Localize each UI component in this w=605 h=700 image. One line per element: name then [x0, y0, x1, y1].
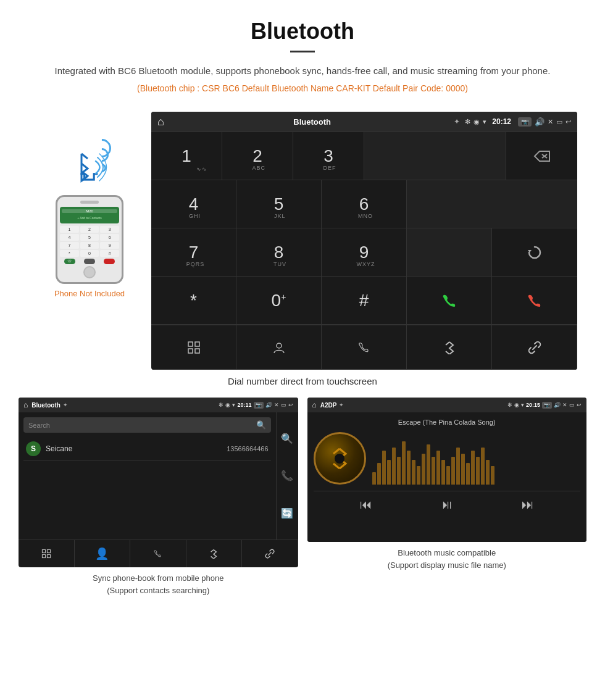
music-back-icon[interactable]: ↩	[577, 402, 582, 408]
contact-name: Seicane	[46, 444, 227, 453]
svg-line-21	[333, 464, 340, 469]
play-pause-button[interactable]: ⏯	[441, 498, 453, 512]
eq-bar	[382, 451, 386, 485]
close-icon[interactable]: ✕	[548, 118, 553, 126]
eq-bar	[377, 463, 381, 485]
svg-marker-3	[535, 151, 549, 161]
mini-back-icon[interactable]: ↩	[288, 402, 293, 408]
volume-icon[interactable]: 🔊	[535, 117, 544, 127]
dial-status-bar: ⌂ Bluetooth ✦ ✻ ◉ ▾ 20:12 📷 🔊 ✕ ▭ ↩	[151, 112, 577, 131]
next-track-button[interactable]: ⏭	[522, 498, 534, 512]
svg-line-18	[211, 549, 214, 552]
dial-refresh[interactable]	[492, 228, 577, 277]
home-icon[interactable]: ⌂	[157, 115, 164, 128]
music-bt-icon: ✻	[507, 402, 512, 408]
phone-key-2: 2	[80, 226, 99, 233]
pb-bottom-phone[interactable]	[130, 540, 186, 567]
sidebar-search-icon[interactable]: 🔍	[281, 433, 293, 444]
pb-bottom-link[interactable]	[242, 540, 298, 567]
dial-key-0[interactable]: 0+	[236, 277, 322, 325]
music-win-icon[interactable]: ▭	[569, 402, 575, 408]
dial-call-button[interactable]	[407, 277, 492, 325]
music-x-icon[interactable]: ✕	[562, 402, 567, 408]
window-icon[interactable]: ▭	[556, 118, 562, 126]
prev-track-button[interactable]: ⏮	[360, 498, 372, 512]
dial-key-1[interactable]: 1 ∿∿	[151, 132, 222, 180]
dial-key-star[interactable]: *	[151, 277, 236, 325]
phone-mockup: M20 + Add to Contacts 1 2 3 4 5 6 7 8 9 …	[56, 195, 123, 284]
svg-line-20	[333, 449, 340, 454]
status-icons: ✻ ◉ ▾ 20:12 📷 🔊 ✕ ▭ ↩	[465, 117, 571, 127]
eq-bar	[486, 460, 490, 485]
dial-key-9[interactable]: 9 WXYZ	[322, 228, 407, 277]
mini-wifi-icon: ▾	[232, 402, 235, 408]
page-specs: (Bluetooth chip : CSR BC6 Default Blueto…	[37, 83, 568, 93]
music-cam-icon[interactable]: 📷	[542, 402, 552, 409]
phonebook-title: Bluetooth	[31, 402, 60, 409]
music-usb-icon: ✦	[339, 402, 344, 408]
music-title: A2DP	[320, 402, 337, 409]
dial-bottom-link[interactable]	[492, 325, 577, 370]
mini-win-icon[interactable]: ▭	[281, 402, 286, 408]
sidebar-refresh-icon[interactable]: 🔄	[281, 507, 293, 519]
pb-bottom-grid[interactable]	[19, 540, 75, 567]
svg-rect-17	[47, 554, 50, 557]
eq-bar	[471, 451, 475, 485]
music-vol-icon[interactable]: 🔊	[554, 402, 561, 408]
dial-key-4[interactable]: 4 GHI	[151, 180, 236, 228]
pb-bottom-bluetooth[interactable]	[186, 540, 243, 567]
dial-bottom-contacts[interactable]	[236, 325, 322, 370]
music-controls: ⏮ ⏯ ⏭	[314, 491, 581, 518]
dial-key-2[interactable]: 2 ABC	[222, 132, 293, 180]
dial-end-button[interactable]	[492, 277, 577, 325]
svg-point-11	[277, 343, 282, 348]
pb-bottom-person[interactable]: 👤	[75, 540, 131, 567]
dial-key-8[interactable]: 8 TUV	[236, 228, 322, 277]
phonebook-list: Search 🔍 S Seicane 13566664466	[19, 412, 276, 540]
phone-speaker	[80, 201, 99, 204]
dial-empty-2	[407, 228, 492, 277]
eq-bar	[427, 444, 430, 485]
phonebook-search[interactable]: Search 🔍	[23, 417, 271, 433]
eq-bar	[432, 457, 435, 485]
phonebook-contact[interactable]: S Seicane 13566664466	[23, 438, 271, 460]
music-screen-wrap: ⌂ A2DP ✦ ✻ ◉ ▾ 20:15 📷 🔊 ✕ ▭ ↩ Escape (T…	[307, 398, 587, 596]
dial-bottom-phone[interactable]	[322, 325, 407, 370]
contacts-icon	[272, 341, 286, 354]
eq-bar	[476, 457, 480, 485]
music-home-icon[interactable]: ⌂	[312, 401, 317, 409]
dial-key-hash[interactable]: #	[322, 277, 407, 325]
pb-link-icon	[265, 549, 275, 559]
mini-vol-icon[interactable]: 🔊	[265, 402, 272, 408]
dial-key-3[interactable]: 3 DEF	[293, 132, 364, 180]
eq-bar	[456, 448, 460, 485]
camera-icon[interactable]: 📷	[518, 117, 532, 127]
page-title: Bluetooth	[37, 19, 568, 44]
music-status-bar: ⌂ A2DP ✦ ✻ ◉ ▾ 20:15 📷 🔊 ✕ ▭ ↩	[307, 398, 587, 412]
mini-cam-icon[interactable]: 📷	[254, 402, 264, 409]
phonebook-status-bar: ⌂ Bluetooth ✦ ✻ ◉ ▾ 20:11 📷 🔊 ✕ ▭ ↩	[19, 398, 298, 412]
pb-person-icon: 👤	[95, 547, 109, 560]
dial-bottom-grid[interactable]	[151, 325, 236, 370]
dial-key-7[interactable]: 7 PQRS	[151, 228, 236, 277]
title-divider	[290, 51, 315, 52]
dial-bottom-bluetooth[interactable]	[407, 325, 492, 370]
eq-bar	[372, 472, 376, 485]
music-loc-icon: ◉	[514, 402, 519, 408]
mini-x-icon[interactable]: ✕	[274, 402, 279, 408]
sidebar-phone-icon[interactable]: 📞	[281, 470, 293, 481]
mini-home-icon[interactable]: ⌂	[23, 401, 28, 409]
music-wifi-icon: ▾	[521, 402, 524, 408]
phonebook-status-right: ✻ ◉ ▾ 20:11 📷 🔊 ✕ ▭ ↩	[219, 402, 293, 409]
music-main-row	[314, 432, 581, 485]
back-icon[interactable]: ↩	[565, 118, 571, 126]
eq-bar	[466, 463, 470, 485]
eq-bar	[436, 451, 440, 485]
phone-icon	[357, 341, 371, 354]
dial-key-5[interactable]: 5 JKL	[236, 180, 322, 228]
phonebook-screen: ⌂ Bluetooth ✦ ✻ ◉ ▾ 20:11 📷 🔊 ✕ ▭ ↩	[19, 398, 298, 567]
dial-backspace[interactable]	[506, 132, 577, 180]
dial-key-6[interactable]: 6 MNO	[322, 180, 407, 228]
dial-row-1: 1 ∿∿ 2 ABC 3 DEF	[151, 131, 577, 180]
bluetooth-wifi-icon: ⍽	[68, 149, 111, 186]
